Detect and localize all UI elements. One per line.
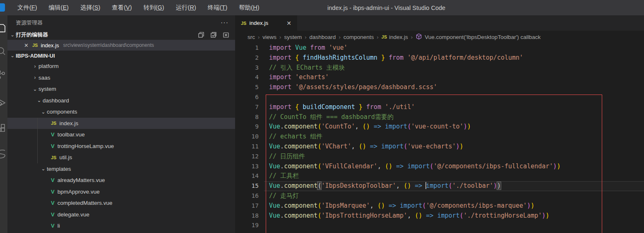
tree-item-label: toolbar.vue	[58, 131, 85, 138]
chevron-right-icon: ›	[31, 63, 38, 69]
code-line-19	[269, 221, 644, 231]
chevron-down-icon: ⌄	[40, 166, 47, 172]
search-icon[interactable]	[0, 45, 7, 58]
chevron-right-icon: ›	[305, 34, 306, 40]
token-pun	[355, 103, 359, 111]
tab-index-js[interactable]: JS index.js ✕	[235, 15, 297, 31]
project-root-header[interactable]: ⌄ IBPS-ADMIN-UI	[7, 51, 235, 61]
menu-item[interactable]: 编辑(E)	[43, 0, 74, 15]
more-actions-icon[interactable]: ···	[221, 19, 228, 27]
breadcrumb-item[interactable]: components	[344, 34, 374, 40]
tree-item-util-js[interactable]: JSutil.js	[7, 152, 235, 163]
token-b2: (	[422, 202, 426, 209]
tree-item-completedmatters-vue[interactable]: VcompletedMatters.vue	[7, 197, 235, 209]
token-b1: ()	[404, 182, 411, 189]
token-pun: ,	[355, 123, 363, 130]
menu-item[interactable]: 查看(V)	[106, 0, 137, 15]
code-line-5: import '@/assets/styles/pages/dashboard.…	[269, 83, 644, 92]
open-editors-header[interactable]: ⌄ 打开的编辑器	[7, 30, 235, 40]
line-number: 16	[235, 191, 263, 201]
line-number: 5	[235, 83, 263, 92]
token-b1: {	[295, 103, 299, 111]
tree-item-label: system	[38, 86, 56, 92]
breadcrumb-item[interactable]: Vue.component('IbpsDesktopToolbar') call…	[416, 33, 541, 41]
token-pun	[299, 54, 303, 61]
tree-item-saas[interactable]: ›saas	[7, 72, 235, 84]
tree-item-templates[interactable]: ⌄templates	[7, 163, 235, 175]
menu-item[interactable]: 转到(G)	[138, 0, 170, 15]
menu-item[interactable]: 选择(S)	[74, 0, 106, 15]
chevron-down-icon: ⌄	[31, 86, 38, 92]
token-com: // 工具栏	[269, 172, 299, 180]
token-pun	[392, 163, 396, 170]
tree-item-index-js[interactable]: JSindex.js	[7, 118, 235, 129]
split-editor-icon[interactable]	[198, 32, 204, 38]
tree-item-platform[interactable]: ›platform	[7, 61, 235, 72]
line-number: 3	[235, 63, 263, 73]
token-kw2: import	[385, 123, 407, 130]
menu-item[interactable]: 帮助(H)	[233, 0, 265, 15]
token-pun: ,	[407, 212, 415, 219]
code-editor[interactable]: 12345678910111213141516171819 import Vue…	[235, 43, 644, 233]
token-com: // echarts 组件	[269, 133, 322, 140]
token-str: 'vue-echarts'	[407, 143, 456, 150]
token-b2: )	[456, 143, 460, 150]
token-str: '@/components/ibps-fullcalendar'	[433, 163, 553, 170]
token-kw1: from	[389, 54, 404, 61]
tree-item-toolbar-vue[interactable]: Vtoolbar.vue	[7, 129, 235, 141]
token-b1: }	[381, 54, 385, 61]
breadcrumb-item[interactable]: JSindex.js	[382, 34, 408, 40]
token-com: // 引入 ECharts 主模块	[269, 64, 345, 71]
token-b2: )	[527, 202, 531, 209]
code-line-2: import { findHashRightsColumn } from '@/…	[269, 53, 644, 63]
token-pun	[363, 103, 366, 111]
token-str: 'IbpsDesktopToolbar'	[321, 182, 396, 189]
token-b1: ()	[359, 143, 366, 150]
chevron-down-icon: ⌄	[9, 53, 16, 58]
line-number: 9	[235, 122, 263, 132]
custom-s-icon[interactable]	[0, 147, 7, 160]
code-line-11: Vue.component('VChart', () => import('vu…	[269, 142, 644, 152]
token-pun	[396, 202, 400, 209]
token-str: '@/components/ibps-marquee'	[426, 202, 527, 209]
vscode-logo-icon	[0, 3, 5, 12]
code-line-16: // 走马灯	[269, 191, 644, 201]
close-icon[interactable]: ✕	[24, 42, 32, 49]
symbol-cube-icon	[416, 33, 425, 41]
tree-item-delegate-vue[interactable]: Vdelegate.vue	[7, 209, 235, 221]
menu-item[interactable]: 文件(F)	[12, 0, 43, 15]
tree-item-li[interactable]: Vli	[7, 220, 235, 232]
tree-item-label: saas	[38, 75, 50, 81]
extensions-icon[interactable]	[0, 122, 7, 135]
close-all-icon[interactable]	[223, 32, 229, 38]
code-line-4: import 'echarts'	[269, 73, 644, 83]
open-editor-item-index-js[interactable]: ✕ JS index.js src\views\system\dashboard…	[7, 40, 235, 51]
tree-item-trottinghorselamp-vue[interactable]: VtrottingHorseLamp.vue	[7, 141, 235, 152]
save-all-icon[interactable]	[210, 32, 217, 38]
breadcrumb-item[interactable]: system	[284, 34, 302, 40]
token-pun	[306, 44, 310, 51]
menu-item[interactable]: 运行(R)	[170, 0, 202, 15]
tree-item-label: util.js	[59, 154, 72, 160]
tree-item-bpmapprove-vue[interactable]: VbpmApprove.vue	[7, 186, 235, 198]
tree-item-system[interactable]: ⌄system	[7, 83, 235, 95]
explorer-icon[interactable]	[0, 23, 7, 35]
breadcrumb-item[interactable]: dashboard	[310, 34, 336, 40]
tree-item-dashboard[interactable]: ⌄dashboard	[7, 95, 235, 107]
menu-item[interactable]: 终端(T)	[202, 0, 233, 15]
token-fn: component	[284, 143, 317, 150]
breadcrumb-item[interactable]: src	[248, 34, 255, 40]
title-bar: 文件(F)编辑(E)选择(S)查看(V)转到(G)运行(R)终端(T)帮助(H)…	[0, 0, 644, 15]
source-control-icon[interactable]	[0, 68, 7, 81]
close-icon[interactable]: ✕	[285, 19, 293, 27]
code-line-12: // 日历组件	[269, 152, 644, 162]
js-file-icon: JS	[241, 21, 246, 26]
tree-item-components[interactable]: ⌄components	[7, 106, 235, 118]
chevron-down-icon: ⌄	[9, 32, 16, 38]
token-kw1: import	[269, 83, 291, 91]
run-debug-icon[interactable]	[0, 97, 7, 109]
breadcrumb-item[interactable]: views	[262, 34, 276, 40]
tree-item-alreadymatters-vue[interactable]: ValreadyMatters.vue	[7, 175, 235, 186]
token-kw2: import	[407, 163, 430, 170]
token-pun: ,	[396, 182, 404, 189]
